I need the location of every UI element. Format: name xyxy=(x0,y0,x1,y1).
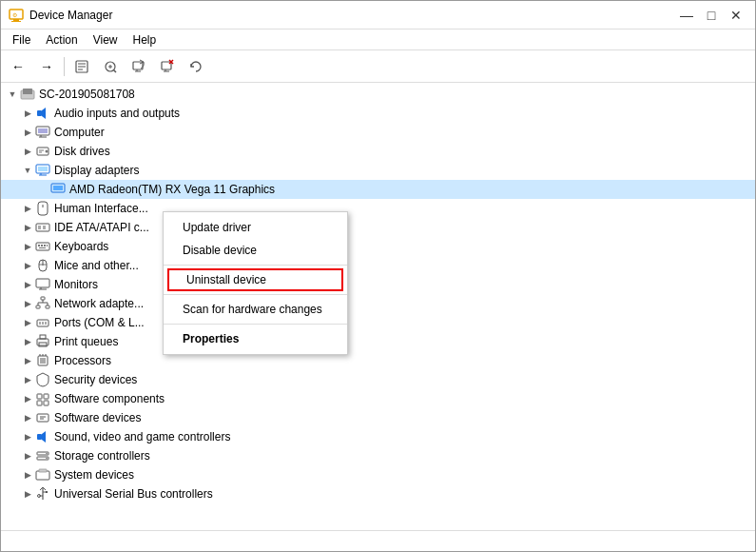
tree-item-sw-devices[interactable]: ▶ Software devices xyxy=(1,408,755,427)
svg-rect-73 xyxy=(37,394,42,399)
content-area: ▼ SC-201905081708 ▶ Au xyxy=(1,83,755,530)
toolbar-update[interactable] xyxy=(126,53,152,80)
expand-sw-devices[interactable]: ▶ xyxy=(20,410,35,425)
ctx-separator-2 xyxy=(164,294,347,295)
monitors-icon xyxy=(35,277,50,292)
computer-icon xyxy=(35,125,50,140)
menu-view[interactable]: View xyxy=(86,31,126,49)
expand-sw-components[interactable]: ▶ xyxy=(20,391,35,406)
system-icon xyxy=(35,467,50,483)
tree-item-network[interactable]: ▶ Network adapte... xyxy=(1,294,755,313)
tree-item-computer[interactable]: ▶ Computer xyxy=(1,123,755,142)
tree-item-security[interactable]: ▶ Security devices xyxy=(1,370,755,389)
expand-ide[interactable]: ▶ xyxy=(20,220,35,235)
tree-item-sound[interactable]: ▶ Sound, video and game controllers xyxy=(1,427,755,446)
ctx-disable-device[interactable]: Disable device xyxy=(164,239,347,262)
svg-rect-75 xyxy=(37,401,42,405)
svg-rect-40 xyxy=(38,226,41,229)
tree-item-mouse[interactable]: ▶ Mice and other... xyxy=(1,256,755,275)
security-label: Security devices xyxy=(54,373,137,386)
expand-keyboard[interactable]: ▶ xyxy=(20,239,35,254)
expand-print[interactable]: ▶ xyxy=(20,334,35,349)
menu-help[interactable]: Help xyxy=(126,31,165,49)
tree-item-system[interactable]: ▶ System devices xyxy=(1,465,755,484)
sound-icon xyxy=(35,429,50,444)
svg-line-9 xyxy=(114,69,117,72)
tree-item-monitors[interactable]: ▶ Monitors xyxy=(1,275,755,294)
tree-item-ide[interactable]: ▶ IDE ATA/ATAPI c... xyxy=(1,218,755,237)
toolbar-properties[interactable] xyxy=(68,53,95,80)
audio-label: Audio inputs and outputs xyxy=(54,107,180,120)
toolbar-uninstall[interactable] xyxy=(154,53,181,80)
expand-audio[interactable]: ▶ xyxy=(20,106,35,121)
tree-item-print[interactable]: ▶ Print queues xyxy=(1,332,755,351)
hid-icon xyxy=(35,201,50,216)
toolbar-scan[interactable] xyxy=(97,53,124,80)
expand-disk[interactable]: ▶ xyxy=(20,144,35,159)
print-label: Print queues xyxy=(54,335,118,348)
minimize-button[interactable]: — xyxy=(675,4,698,27)
keyboard-icon xyxy=(35,239,50,254)
audio-icon xyxy=(35,106,50,121)
expand-usb[interactable]: ▶ xyxy=(20,486,35,502)
menu-file[interactable]: File xyxy=(5,31,38,49)
menu-bar: File Action View Help xyxy=(1,30,755,50)
close-button[interactable]: ✕ xyxy=(725,4,747,27)
sw-components-icon xyxy=(35,391,50,406)
sw-devices-label: Software devices xyxy=(54,411,141,424)
tree-item-sw-components[interactable]: ▶ Software components xyxy=(1,389,755,408)
device-tree[interactable]: ▼ SC-201905081708 ▶ Au xyxy=(1,83,755,530)
tree-item-audio[interactable]: ▶ Audio inputs and outputs xyxy=(1,104,755,123)
mouse-icon xyxy=(35,258,50,273)
expand-computer[interactable]: ▶ xyxy=(20,125,35,140)
hid-label: Human Interface... xyxy=(54,202,148,215)
ctx-scan-hardware[interactable]: Scan for hardware changes xyxy=(164,298,347,321)
monitors-label: Monitors xyxy=(54,278,98,291)
tree-item-hid[interactable]: ▶ Human Interface... xyxy=(1,199,755,218)
tree-item-processors[interactable]: ▶ Processors xyxy=(1,351,755,370)
svg-rect-86 xyxy=(39,469,47,472)
tree-item-disk[interactable]: ▶ Disk drives xyxy=(1,142,755,161)
expand-security[interactable]: ▶ xyxy=(20,372,35,387)
expand-ports[interactable]: ▶ xyxy=(20,315,35,330)
svg-rect-43 xyxy=(38,245,40,246)
tree-item-ports[interactable]: ▶ Ports (COM & L... xyxy=(1,313,755,332)
display-label: Display adapters xyxy=(54,164,139,177)
expand-storage[interactable]: ▶ xyxy=(20,448,35,463)
toolbar-refresh[interactable] xyxy=(183,53,209,80)
expand-mouse[interactable]: ▶ xyxy=(20,258,35,273)
expand-monitors[interactable]: ▶ xyxy=(20,277,35,292)
expand-processors[interactable]: ▶ xyxy=(20,353,35,368)
maximize-button[interactable]: □ xyxy=(700,4,723,27)
sound-label: Sound, video and game controllers xyxy=(54,430,230,444)
device-manager-window: ⚙ Device Manager — □ ✕ File Action View … xyxy=(0,0,756,552)
sw-devices-icon xyxy=(35,410,50,425)
tree-item-storage[interactable]: ▶ Storage controllers xyxy=(1,446,755,465)
expand-sound[interactable]: ▶ xyxy=(20,429,35,444)
keyboard-label: Keyboards xyxy=(54,240,108,253)
menu-action[interactable]: Action xyxy=(38,31,85,49)
svg-text:⚙: ⚙ xyxy=(12,12,17,18)
expand-root[interactable]: ▼ xyxy=(5,87,20,102)
title-controls: — □ ✕ xyxy=(675,4,747,27)
system-label: System devices xyxy=(54,468,134,482)
tree-item-keyboard[interactable]: ▶ Keyboards xyxy=(1,237,755,256)
tree-item-display[interactable]: ▼ Display adapters xyxy=(1,161,755,180)
svg-rect-45 xyxy=(44,245,46,246)
svg-rect-24 xyxy=(38,128,48,133)
svg-rect-55 xyxy=(36,306,40,308)
ctx-properties[interactable]: Properties xyxy=(164,327,347,350)
expand-system[interactable]: ▶ xyxy=(20,467,35,483)
tree-item-usb[interactable]: ▶ Universal Serial Bus controllers xyxy=(1,484,755,503)
tree-root[interactable]: ▼ SC-201905081708 xyxy=(1,85,755,104)
ctx-uninstall-device[interactable]: Uninstall device xyxy=(167,268,343,291)
expand-display[interactable]: ▼ xyxy=(20,163,35,178)
ctx-update-driver[interactable]: Update driver xyxy=(164,216,347,239)
toolbar-forward[interactable]: → xyxy=(33,53,60,80)
toolbar-back[interactable]: ← xyxy=(5,53,31,80)
ctx-separator xyxy=(164,265,347,266)
expand-hid[interactable]: ▶ xyxy=(20,201,35,216)
expand-network[interactable]: ▶ xyxy=(20,296,35,311)
amd-label: AMD Radeon(TM) RX Vega 11 Graphics xyxy=(69,183,275,196)
tree-item-amd[interactable]: AMD Radeon(TM) RX Vega 11 Graphics xyxy=(1,180,755,199)
